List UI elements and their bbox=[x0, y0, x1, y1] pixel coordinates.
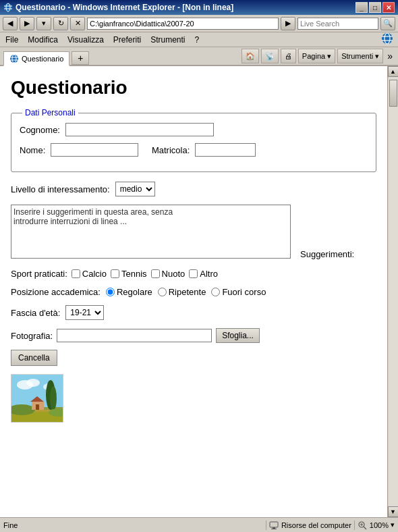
minimize-button[interactable]: _ bbox=[356, 2, 368, 13]
refresh-button[interactable]: ↻ bbox=[53, 17, 68, 30]
checkbox-altro[interactable] bbox=[189, 269, 198, 278]
radio-ripetente-input[interactable] bbox=[158, 288, 167, 296]
tab-bar: Questionario + 🏠 📡 🖨 Pagina ▾ Strumenti … bbox=[0, 47, 398, 66]
zoom-dropdown-icon[interactable]: ▾ bbox=[391, 521, 395, 529]
posizione-row: Posizione accademica: Regolare Ripetente… bbox=[11, 287, 376, 297]
menu-modifica[interactable]: Modifica bbox=[26, 34, 60, 45]
status-text: Fine bbox=[3, 521, 263, 529]
address-input[interactable] bbox=[87, 18, 279, 30]
back-button[interactable]: ◀ bbox=[3, 17, 18, 30]
fieldset-personal: Dati Personali Cognome: Nome: Matricola: bbox=[11, 108, 376, 172]
cognome-input[interactable] bbox=[65, 123, 214, 136]
status-divider bbox=[266, 521, 266, 530]
fotografia-row: Fotografia: Sfoglia... bbox=[11, 328, 376, 343]
new-tab-button[interactable]: + bbox=[72, 51, 89, 65]
sport-row: Sport praticati: Calcio Tennis Nuoto Alt… bbox=[11, 269, 376, 279]
checkbox-nuoto[interactable] bbox=[151, 269, 160, 278]
matricola-label: Matricola: bbox=[152, 145, 190, 155]
label-calcio: Calcio bbox=[82, 269, 107, 279]
go-button[interactable]: ▶ bbox=[281, 17, 295, 30]
sport-tennis: Tennis bbox=[111, 269, 147, 279]
posizione-label: Posizione accademica: bbox=[11, 287, 101, 297]
tab-label: Questionario bbox=[22, 55, 63, 63]
status-right-text: Risorse del computer bbox=[281, 521, 351, 529]
stop-button[interactable]: ✕ bbox=[70, 17, 85, 30]
nome-input[interactable] bbox=[51, 143, 138, 157]
home-button[interactable]: 🏠 bbox=[241, 49, 259, 63]
cognome-label: Cognome: bbox=[20, 125, 60, 135]
suggerimenti-textarea[interactable]: Inserire i suggerimenti in questa area, … bbox=[11, 205, 291, 259]
radio-fuori-corso-input[interactable] bbox=[211, 288, 220, 296]
strumenti-button[interactable]: Strumenti ▾ bbox=[337, 49, 383, 63]
thumbnail-image bbox=[11, 375, 63, 423]
toolbar-right: 🏠 📡 🖨 Pagina ▾ Strumenti ▾ » bbox=[241, 49, 395, 65]
search-input[interactable] bbox=[297, 18, 378, 30]
svg-rect-27 bbox=[273, 527, 275, 529]
scroll-up-button[interactable]: ▲ bbox=[388, 66, 399, 77]
menu-strumenti[interactable]: Strumenti bbox=[148, 34, 187, 45]
label-ripetente: Ripetente bbox=[169, 287, 206, 297]
checkbox-tennis[interactable] bbox=[111, 269, 119, 278]
scroll-down-button[interactable]: ▼ bbox=[388, 506, 399, 517]
close-button[interactable]: ✕ bbox=[382, 2, 395, 13]
radio-regolare-input[interactable] bbox=[106, 288, 115, 296]
fotografia-input[interactable] bbox=[57, 329, 212, 342]
svg-point-0 bbox=[4, 3, 12, 11]
fascia-select[interactable]: 19-21 22-24 25+ bbox=[65, 305, 104, 320]
dropdown-button[interactable]: ▾ bbox=[36, 17, 51, 30]
zoom-icon bbox=[358, 521, 367, 530]
suggerimenti-label: Suggerimenti: bbox=[300, 249, 354, 259]
feeds-button[interactable]: 📡 bbox=[261, 49, 279, 63]
print-button[interactable]: 🖨 bbox=[281, 49, 296, 63]
menu-visualizza[interactable]: Visualizza bbox=[65, 34, 106, 45]
status-bar: Fine Risorse del computer 100% ▾ bbox=[0, 517, 398, 532]
maximize-button[interactable]: □ bbox=[369, 2, 381, 13]
livello-select[interactable]: basso medio alto bbox=[115, 182, 155, 196]
scroll-thumb[interactable] bbox=[389, 80, 397, 107]
svg-point-14 bbox=[26, 379, 40, 387]
chevron-right-icon[interactable]: » bbox=[385, 51, 395, 61]
window-controls: _ □ ✕ bbox=[356, 2, 395, 13]
checkbox-calcio[interactable] bbox=[72, 269, 80, 278]
sport-label: Sport praticati: bbox=[11, 269, 67, 279]
sfoglia-button[interactable]: Sfoglia... bbox=[216, 328, 260, 343]
sport-altro: Altro bbox=[189, 269, 218, 279]
ie-tab-icon bbox=[9, 54, 19, 63]
title-bar: Questionario - Windows Internet Explorer… bbox=[0, 0, 398, 15]
pagina-button[interactable]: Pagina ▾ bbox=[298, 49, 335, 63]
matricola-input[interactable] bbox=[195, 143, 256, 157]
ie-logo-icon bbox=[380, 32, 395, 45]
label-regolare: Regolare bbox=[117, 287, 152, 297]
suggerimenti-row: Inserire i suggerimenti in questa area, … bbox=[11, 205, 376, 261]
active-tab[interactable]: Questionario bbox=[3, 51, 69, 66]
svg-point-4 bbox=[382, 33, 393, 44]
content-area: Questionario Dati Personali Cognome: Nom… bbox=[0, 66, 387, 517]
sport-calcio: Calcio bbox=[72, 269, 107, 279]
svg-rect-25 bbox=[36, 404, 39, 410]
zoom-label: 100% bbox=[370, 521, 389, 529]
suggerimenti-label-row: Suggerimenti: bbox=[300, 249, 354, 261]
svg-point-8 bbox=[10, 55, 18, 63]
forward-button[interactable]: ▶ bbox=[20, 17, 34, 30]
fotografia-label: Fotografia: bbox=[11, 331, 53, 341]
scroll-track[interactable] bbox=[389, 77, 398, 506]
menu-help[interactable]: ? bbox=[193, 34, 202, 45]
computer-icon bbox=[269, 521, 279, 530]
browser-window: Questionario Dati Personali Cognome: Nom… bbox=[0, 66, 398, 517]
svg-rect-28 bbox=[271, 529, 277, 529]
window-title: Questionario - Windows Internet Explorer… bbox=[16, 3, 233, 12]
cancella-button[interactable]: Cancella bbox=[11, 350, 57, 366]
menu-preferiti[interactable]: Preferiti bbox=[111, 34, 143, 45]
label-tennis: Tennis bbox=[121, 269, 147, 279]
photo-thumbnail bbox=[11, 374, 63, 423]
label-altro: Altro bbox=[200, 269, 218, 279]
label-fuori-corso: Fuori corso bbox=[222, 287, 266, 297]
page-title: Questionario bbox=[11, 77, 376, 99]
svg-rect-26 bbox=[270, 522, 278, 527]
radio-regolare: Regolare bbox=[106, 287, 152, 297]
nome-matricola-row: Nome: Matricola: bbox=[20, 143, 368, 157]
menu-file[interactable]: File bbox=[3, 34, 20, 45]
suggerimenti-wrapper: Inserire i suggerimenti in questa area, … bbox=[11, 205, 291, 261]
svg-line-30 bbox=[364, 527, 366, 529]
search-button[interactable]: 🔍 bbox=[380, 17, 395, 30]
